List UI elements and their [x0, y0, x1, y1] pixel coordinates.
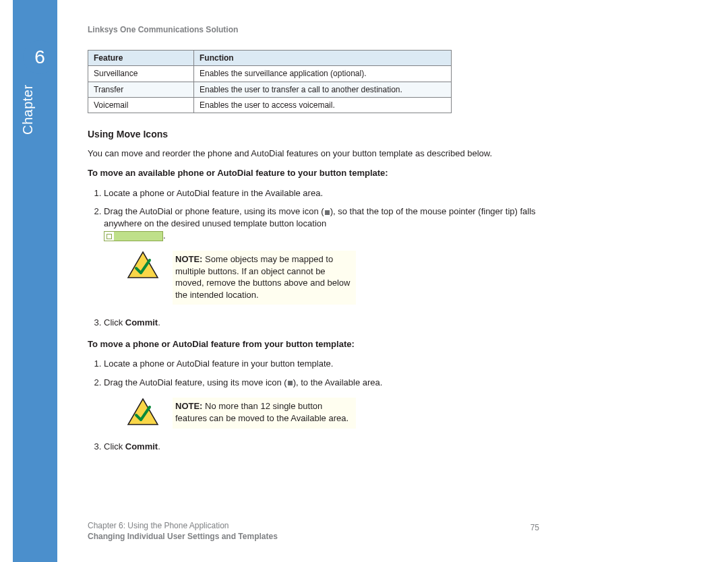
warning-check-icon — [127, 251, 159, 279]
cell-function: Enables the user to transfer a call to a… — [194, 82, 452, 97]
cell-feature: Transfer — [88, 82, 194, 97]
step: Click Commit. — [104, 317, 576, 329]
col-function: Function — [194, 51, 452, 66]
intro-paragraph: You can move and reorder the phone and A… — [88, 148, 546, 160]
page-number: 75 — [530, 522, 539, 533]
step-text: Click — [104, 317, 125, 327]
step-text: . — [163, 230, 166, 241]
table-row: Surveillance Enables the surveillance ap… — [88, 66, 452, 82]
svg-marker-1 — [128, 399, 158, 425]
cell-feature: Surveillance — [88, 66, 194, 82]
template-button-icon — [104, 231, 163, 241]
table-row: Transfer Enables the user to transfer a … — [88, 82, 452, 97]
note-label: NOTE: — [175, 254, 202, 264]
procedure-steps-1: Locate a phone or AutoDial feature in th… — [88, 187, 576, 241]
step-text: Drag the AutoDial or phone feature, usin… — [104, 206, 324, 216]
table-header-row: Feature Function — [88, 51, 452, 66]
step-text: Drag the AutoDial feature, using its mov… — [104, 377, 287, 387]
note-block: NOTE: No more than 12 single button feat… — [127, 398, 410, 428]
step-text: . — [158, 317, 160, 327]
procedure-steps-1b: Click Commit. — [88, 317, 576, 329]
table-row: Voicemail Enables the user to access voi… — [88, 97, 452, 113]
step: Click Commit. — [104, 441, 576, 453]
document-title: Linksys One Communications Solution — [88, 24, 627, 35]
procedure-title: To move an available phone or AutoDial f… — [88, 167, 546, 179]
cell-feature: Voicemail — [88, 97, 194, 113]
step-text: ), to the Available area. — [293, 377, 383, 387]
feature-table: Feature Function Surveillance Enables th… — [88, 50, 452, 113]
procedure-steps-2b: Click Commit. — [88, 441, 576, 453]
step: Drag the AutoDial or phone feature, usin… — [104, 206, 576, 241]
col-feature: Feature — [88, 51, 194, 66]
commit-label: Commit — [125, 441, 158, 451]
cell-function: Enables the user to access voicemail. — [194, 97, 452, 113]
chapter-label: Chapter — [19, 84, 37, 135]
procedure-steps-2: Locate a phone or AutoDial feature in yo… — [88, 358, 576, 388]
step: Locate a phone or AutoDial feature in yo… — [104, 358, 576, 370]
note-block: NOTE: Some objects may be mapped to mult… — [127, 251, 410, 305]
procedure-title: To move a phone or AutoDial feature from… — [88, 338, 546, 350]
step: Locate a phone or AutoDial feature in th… — [104, 187, 576, 199]
cell-function: Enables the surveillance application (op… — [194, 66, 452, 82]
note-label: NOTE: — [175, 401, 202, 411]
commit-label: Commit — [125, 317, 158, 327]
footer-line-1: Chapter 6: Using the Phone Application — [88, 520, 627, 531]
note-text: NOTE: No more than 12 single button feat… — [173, 398, 356, 428]
section-heading: Using Move Icons — [88, 128, 627, 141]
footer-line-2: Changing Individual User Settings and Te… — [88, 531, 627, 542]
page-footer: Chapter 6: Using the Phone Application C… — [88, 520, 627, 542]
page-content: Linksys One Communications Solution Feat… — [88, 24, 627, 462]
step: Drag the AutoDial feature, using its mov… — [104, 377, 576, 389]
note-text: NOTE: Some objects may be mapped to mult… — [173, 251, 356, 305]
chapter-number-badge: 6 — [23, 40, 57, 74]
svg-marker-0 — [128, 252, 158, 278]
warning-check-icon — [127, 398, 159, 426]
move-icon — [288, 381, 293, 385]
move-icon — [325, 210, 330, 215]
step-text: . — [158, 441, 160, 451]
step-text: Click — [104, 441, 125, 451]
